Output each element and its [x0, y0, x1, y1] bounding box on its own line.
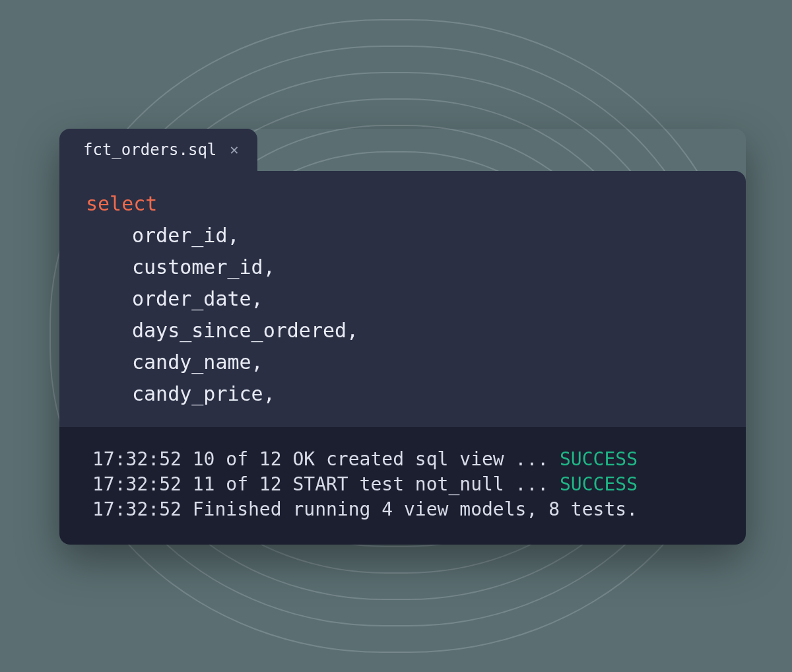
code-column: order_id,	[132, 224, 240, 247]
terminal-line: 17:32:52 11 of 12 START test not_null ..…	[92, 472, 713, 497]
editor-window: fct_orders.sql ✕ select order_id, custom…	[59, 129, 746, 545]
tab-filename: fct_orders.sql	[83, 141, 216, 159]
code-column: candy_price,	[132, 382, 275, 405]
sql-keyword: select	[86, 192, 157, 215]
status-success: SUCCESS	[560, 448, 638, 470]
close-icon[interactable]: ✕	[230, 143, 238, 157]
code-column: customer_id,	[132, 255, 275, 279]
code-editor[interactable]: select order_id, customer_id, order_date…	[59, 171, 746, 427]
terminal-output: 17:32:52 10 of 12 OK created sql view ..…	[59, 427, 746, 545]
status-success: SUCCESS	[560, 473, 638, 495]
terminal-line: 17:32:52 Finished running 4 view models,…	[92, 497, 713, 522]
code-column: order_date,	[132, 287, 263, 310]
code-column: candy_name,	[132, 351, 263, 374]
terminal-line: 17:32:52 10 of 12 OK created sql view ..…	[92, 447, 713, 472]
tab-bar: fct_orders.sql ✕	[59, 129, 746, 171]
code-column: days_since_ordered,	[132, 319, 358, 342]
file-tab[interactable]: fct_orders.sql ✕	[59, 129, 257, 171]
